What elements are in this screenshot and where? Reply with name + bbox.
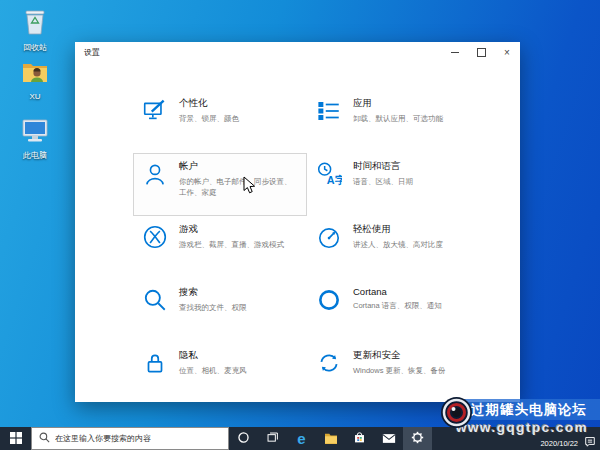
- desktop-icon-this-pc[interactable]: 此电脑: [8, 118, 62, 161]
- close-button[interactable]: ×: [494, 42, 520, 62]
- xbox-icon: [142, 224, 168, 250]
- dial-arrow-icon: [316, 224, 342, 250]
- clock-language-icon: A字: [316, 161, 342, 187]
- watermark-url: www.gqgtpc.com: [456, 420, 588, 435]
- maximize-icon: [477, 48, 486, 57]
- minimize-button[interactable]: [442, 42, 468, 62]
- refresh-arrows-icon: [316, 350, 342, 376]
- person-icon: [142, 161, 168, 187]
- settings-tile-cortana[interactable]: Cortana Cortana 语言、权限、通知: [307, 279, 481, 342]
- tile-subtitle: 语音、区域、日期: [353, 176, 413, 187]
- desktop: 回收站 XU 此电脑 设置: [0, 0, 600, 450]
- settings-tile-time-language[interactable]: A字 时间和语言 语音、区域、日期: [307, 153, 481, 216]
- tile-subtitle: 背景、锁屏、颜色: [179, 113, 239, 124]
- watermark-title: 过期罐头电脑论坛: [457, 399, 600, 420]
- cortana-button[interactable]: [229, 427, 258, 450]
- shopping-bag-icon: [353, 430, 366, 448]
- tile-title: 时间和语言: [353, 160, 413, 173]
- taskbar-search-input[interactable]: 在这里输入你要搜索的内容: [31, 427, 229, 450]
- tile-subtitle: 查找我的文件、权限: [179, 302, 247, 313]
- search-placeholder: 在这里输入你要搜索的内容: [55, 433, 151, 444]
- tile-title: 更新和安全: [353, 349, 446, 362]
- settings-tile-gaming[interactable]: 游戏 游戏栏、截屏、直播、游戏模式: [133, 216, 307, 279]
- edge-button[interactable]: e: [287, 427, 316, 450]
- lock-icon: [142, 350, 168, 376]
- monitor-pen-icon: [142, 98, 168, 124]
- desktop-icon-label: XU: [29, 92, 40, 101]
- tile-title: 轻松使用: [353, 223, 443, 236]
- tile-title: 隐私: [179, 349, 247, 362]
- folder-icon: [324, 430, 338, 448]
- mail-button[interactable]: [374, 427, 403, 450]
- desktop-icon-label: 回收站: [23, 42, 47, 53]
- maximize-button[interactable]: [468, 42, 494, 62]
- cortana-ring-icon: [237, 430, 250, 448]
- tile-title: 搜索: [179, 286, 247, 299]
- recycle-bin-icon: [22, 6, 48, 40]
- clock-date[interactable]: 2020/10/22: [540, 439, 578, 448]
- watermark-logo-icon: [440, 396, 473, 429]
- minimize-icon: [451, 52, 459, 53]
- windows-logo-icon: [10, 430, 22, 448]
- window-titlebar: 设置 ×: [75, 42, 520, 62]
- settings-tile-update-security[interactable]: 更新和安全 Windows 更新、恢复、备份: [307, 342, 481, 402]
- tile-subtitle: 讲述人、放大镜、高对比度: [353, 239, 443, 250]
- tile-subtitle: Windows 更新、恢复、备份: [353, 365, 446, 376]
- tile-title: 帐户: [179, 160, 298, 173]
- icon-text: A字: [327, 174, 342, 186]
- store-button[interactable]: [345, 427, 374, 450]
- tile-title: Cortana: [353, 286, 442, 297]
- file-explorer-button[interactable]: [316, 427, 345, 450]
- tile-title: 应用: [353, 97, 443, 110]
- settings-taskbar-button[interactable]: [403, 427, 432, 450]
- tile-title: 个性化: [179, 97, 239, 110]
- settings-tile-ease-of-access[interactable]: 轻松使用 讲述人、放大镜、高对比度: [307, 216, 481, 279]
- start-button[interactable]: [0, 427, 31, 450]
- mouse-cursor: [243, 176, 256, 194]
- tile-subtitle: Cortana 语言、权限、通知: [353, 300, 442, 311]
- settings-tile-privacy[interactable]: 隐私 位置、相机、麦克风: [133, 342, 307, 402]
- list-icon: [316, 98, 342, 124]
- magnifier-icon: [142, 287, 168, 313]
- circle-ring-icon: [316, 287, 342, 313]
- settings-tile-grid: 个性化 背景、锁屏、颜色 应用 卸载、默认应用、可选功能: [133, 90, 481, 402]
- tile-title: 游戏: [179, 223, 284, 236]
- tile-subtitle: 卸载、默认应用、可选功能: [353, 113, 443, 124]
- edge-icon: e: [297, 431, 305, 446]
- task-view-icon: [266, 430, 279, 448]
- settings-tile-apps[interactable]: 应用 卸载、默认应用、可选功能: [307, 90, 481, 153]
- settings-tile-personalization[interactable]: 个性化 背景、锁屏、颜色: [133, 90, 307, 153]
- desktop-icon-user-folder[interactable]: XU: [8, 60, 62, 101]
- tile-subtitle: 游戏栏、截屏、直播、游戏模式: [179, 239, 284, 250]
- search-icon: [39, 432, 50, 445]
- computer-monitor-icon: [21, 118, 49, 148]
- window-title: 设置: [75, 47, 442, 58]
- user-folder-icon: [21, 60, 49, 90]
- envelope-icon: [382, 430, 396, 448]
- gear-icon: [411, 430, 424, 448]
- settings-tile-accounts[interactable]: 帐户 你的帐户、电子邮件、同步设置、工作、家庭: [133, 153, 307, 216]
- settings-window: 设置 × 个性化 背景、锁屏、颜色: [75, 42, 520, 402]
- tile-subtitle: 位置、相机、麦克风: [179, 365, 247, 376]
- task-view-button[interactable]: [258, 427, 287, 450]
- desktop-icon-label: 此电脑: [23, 150, 47, 161]
- action-center-icon[interactable]: [584, 435, 596, 448]
- desktop-icon-recycle-bin[interactable]: 回收站: [8, 6, 62, 53]
- settings-tile-search[interactable]: 搜索 查找我的文件、权限: [133, 279, 307, 342]
- tile-subtitle: 你的帐户、电子邮件、同步设置、工作、家庭: [179, 176, 298, 199]
